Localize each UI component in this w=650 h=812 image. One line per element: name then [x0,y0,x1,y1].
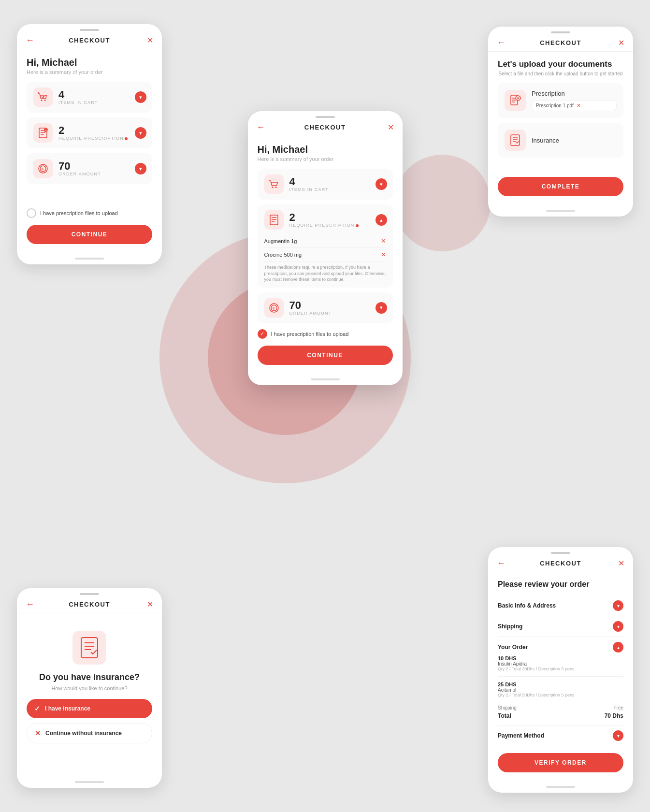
back-icon[interactable]: ← [26,35,34,45]
item-name-2: Crocine 500 mg [264,252,302,258]
cart-count: 4 [58,89,98,100]
amount-label-center: ORDER AMOUNT [289,311,332,316]
item2-price: 25 DHS [498,682,623,687]
basic-info-chevron[interactable]: ▾ [613,600,623,611]
summary-item-cart-center: 4 ITEMS IN CART ▾ [258,169,393,200]
svg-point-16 [275,187,276,188]
card-center: ← CHECKOUT ✕ Hi, Michael Here is a summa… [248,111,403,385]
summary-item-amount: $ 70 ORDER AMOUNT ▾ [27,153,152,184]
card-top-right: ← CHECKOUT ✕ Let's upload your documents… [488,27,633,217]
amount-count: 70 [58,161,101,172]
complete-button[interactable]: COMPLETE [498,177,623,196]
expanded-item-row: Augmentin 1g ✕ [264,234,386,248]
close-icon-bl[interactable]: ✕ [147,600,153,609]
prescription-checkbox[interactable] [27,208,36,218]
continue-button[interactable]: CONTINUE [27,225,152,244]
svg-rect-14 [264,174,284,194]
payment-header[interactable]: Payment Method ▾ [498,730,623,741]
item-name: Augmentin 1g [264,238,297,244]
prescription-collapse-btn-center[interactable]: ▴ [376,214,387,226]
expanded-items-center: Augmentin 1g ✕ Crocine 500 mg ✕ These me… [258,231,393,288]
cart-expand-btn[interactable]: ▾ [135,91,146,103]
back-icon-bl[interactable]: ← [26,599,34,609]
card-body-br: Please review your order Basic Info & Ad… [488,572,633,782]
prescription-note: These medications require a prescription… [264,264,386,283]
phone-bottom-bar [17,254,162,264]
cart-icon [33,87,53,107]
back-icon-center[interactable]: ← [257,122,265,132]
prescription-checkbox-row-center: ✓ I have prescription files to upload [258,329,393,339]
your-order-chevron[interactable]: ▴ [613,642,623,652]
svg-point-2 [44,100,46,101]
amount-expand-btn-center[interactable]: ▾ [376,302,387,314]
amount-expand-btn[interactable]: ▾ [135,163,146,174]
cart-icon-center [264,174,284,194]
cart-expand-btn-center[interactable]: ▾ [376,178,387,190]
phone-bar-tr [488,27,633,35]
svg-rect-17 [264,210,284,230]
greeting-sub-center: Here is a summary of your order [258,156,393,162]
remove-prescription-btn[interactable]: ✕ [577,102,581,109]
prescription-upload-label: Prescription [532,90,617,97]
prescription-expand-btn[interactable]: ▾ [135,127,146,139]
remove-item-btn-2[interactable]: ✕ [381,251,386,258]
shipping-total-value: Free [613,705,623,710]
card-bottom-left: ← CHECKOUT ✕ Do you have insurance? How … [17,588,162,788]
shipping-header[interactable]: Shipping ▾ [498,621,623,632]
summary-item-prescription-center: 2 REQUIRE PRESCRIPTION ▴ [258,204,393,235]
prescription-label: REQUIRE PRESCRIPTION [58,136,128,141]
prescription-checkbox-center[interactable]: ✓ [258,329,267,339]
card-header-center: ← CHECKOUT ✕ [248,120,403,136]
insurance-icon-container [27,631,152,665]
total-row: Total 70 Dhs [498,711,623,720]
close-icon[interactable]: ✕ [147,36,153,45]
card-header-bl: ← CHECKOUT ✕ [17,597,162,613]
phone-bottom-bar-br [488,782,633,793]
svg-point-1 [41,100,43,101]
svg-text:$: $ [273,306,274,310]
phone-bar-bl [17,588,162,597]
back-icon-tr[interactable]: ← [497,38,506,48]
insurance-question: Do you have insurance? [27,672,152,682]
card-header-top-left: ← CHECKOUT ✕ [17,33,162,49]
have-insurance-option[interactable]: ✓ I have insurance [27,699,152,718]
card-header-tr: ← CHECKOUT ✕ [488,35,633,52]
continue-button-center[interactable]: CONTINUE [258,346,393,365]
phone-bottom-bar-bl [17,777,162,788]
no-insurance-option[interactable]: ✕ Continue without insurance [27,723,152,743]
close-icon-br[interactable]: ✕ [618,559,624,568]
svg-rect-37 [72,631,106,665]
card-body-tr: Let's upload your documents Select a fil… [488,52,633,206]
have-insurance-icon: ✓ [34,705,40,712]
upload-heading: Let's upload your documents [498,59,623,69]
payment-chevron[interactable]: ▾ [613,730,623,741]
shipping-chevron[interactable]: ▾ [613,621,623,632]
card-header-br: ← CHECKOUT ✕ [488,556,633,572]
phone-bar [17,24,162,33]
back-icon-br[interactable]: ← [497,558,506,568]
cart-label: ITEMS IN CART [58,100,98,105]
close-icon-tr[interactable]: ✕ [618,38,624,47]
svg-rect-33 [511,135,520,145]
phone-bottom-bar-tr [488,206,633,217]
your-order-header[interactable]: Your Order ▴ [498,642,623,652]
prescription-file-chip: Prescription 1.pdf ✕ [532,100,617,111]
remove-item-btn[interactable]: ✕ [381,237,386,245]
insurance-icon-big [72,631,106,665]
amount-label: ORDER AMOUNT [58,172,101,176]
basic-info-label: Basic Info & Address [498,602,556,609]
insurance-upload-label: Insurance [532,137,559,144]
prescription-upload-icon [505,90,526,111]
prescription-checkbox-row: I have prescription files to upload [27,208,152,218]
svg-text:Rx: Rx [45,129,48,132]
card-bottom-right: ← CHECKOUT ✕ Please review your order Ba… [488,547,633,793]
close-icon-center[interactable]: ✕ [388,123,394,132]
item2-qty: Qty 2 / Total 50Dhs / Description 5 pens [498,693,623,697]
basic-info-header[interactable]: Basic Info & Address ▾ [498,600,623,611]
svg-rect-3 [33,123,53,143]
shipping-total-label: Shipping [498,705,517,710]
verify-order-button[interactable]: VERIFY ORDER [498,753,623,772]
svg-rect-0 [33,87,53,107]
summary-item-prescription: Rx 2 REQUIRE PRESCRIPTION ▾ [27,117,152,148]
prescription-count-center: 2 [289,212,359,223]
